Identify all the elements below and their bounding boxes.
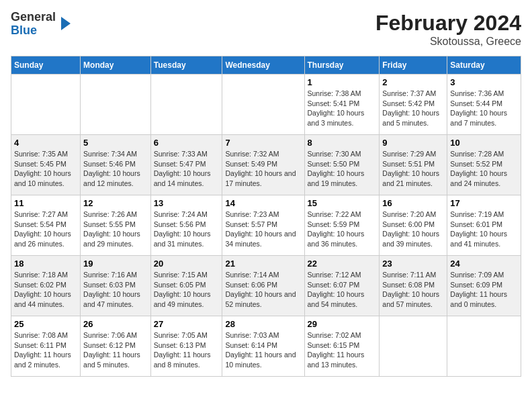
calendar-cell: 8Sunrise: 7:30 AM Sunset: 5:50 PM Daylig… bbox=[304, 135, 380, 195]
calendar-cell: 22Sunrise: 7:12 AM Sunset: 6:07 PM Dayli… bbox=[304, 256, 380, 316]
day-number: 24 bbox=[450, 259, 518, 269]
day-info: Sunrise: 7:22 AM Sunset: 5:59 PM Dayligh… bbox=[308, 210, 377, 249]
day-info: Sunrise: 7:14 AM Sunset: 6:06 PM Dayligh… bbox=[225, 270, 301, 310]
calendar-week-row: 1Sunrise: 7:38 AM Sunset: 5:41 PM Daylig… bbox=[11, 75, 521, 135]
day-number: 15 bbox=[308, 198, 377, 208]
day-info: Sunrise: 7:24 AM Sunset: 5:56 PM Dayligh… bbox=[154, 210, 220, 249]
day-info: Sunrise: 7:08 AM Sunset: 6:11 PM Dayligh… bbox=[14, 330, 77, 370]
col-header-monday: Monday bbox=[81, 56, 151, 75]
day-info: Sunrise: 7:28 AM Sunset: 5:52 PM Dayligh… bbox=[450, 149, 518, 189]
calendar-week-row: 18Sunrise: 7:18 AM Sunset: 6:02 PM Dayli… bbox=[11, 256, 521, 316]
day-number: 9 bbox=[382, 138, 444, 148]
day-info: Sunrise: 7:03 AM Sunset: 6:14 PM Dayligh… bbox=[225, 330, 301, 370]
day-info: Sunrise: 7:15 AM Sunset: 6:05 PM Dayligh… bbox=[154, 270, 220, 310]
day-info: Sunrise: 7:37 AM Sunset: 5:42 PM Dayligh… bbox=[382, 89, 444, 128]
day-info: Sunrise: 7:20 AM Sunset: 6:00 PM Dayligh… bbox=[382, 210, 444, 249]
calendar-cell: 3Sunrise: 7:36 AM Sunset: 5:44 PM Daylig… bbox=[447, 75, 521, 135]
calendar-cell bbox=[447, 316, 521, 377]
calendar-cell: 4Sunrise: 7:35 AM Sunset: 5:45 PM Daylig… bbox=[11, 135, 81, 195]
calendar-cell: 2Sunrise: 7:37 AM Sunset: 5:42 PM Daylig… bbox=[380, 75, 447, 135]
col-header-friday: Friday bbox=[380, 56, 447, 75]
calendar-cell: 7Sunrise: 7:32 AM Sunset: 5:49 PM Daylig… bbox=[222, 135, 304, 195]
calendar-cell: 1Sunrise: 7:38 AM Sunset: 5:41 PM Daylig… bbox=[304, 75, 380, 135]
calendar-cell: 23Sunrise: 7:11 AM Sunset: 6:08 PM Dayli… bbox=[380, 256, 447, 316]
calendar-cell: 29Sunrise: 7:02 AM Sunset: 6:15 PM Dayli… bbox=[304, 316, 380, 377]
day-number: 13 bbox=[154, 198, 220, 208]
logo-arrow-icon bbox=[61, 17, 71, 30]
day-info: Sunrise: 7:32 AM Sunset: 5:49 PM Dayligh… bbox=[225, 149, 301, 189]
day-number: 12 bbox=[83, 198, 148, 208]
logo-general: General bbox=[11, 10, 56, 24]
day-number: 6 bbox=[154, 138, 220, 148]
calendar-cell: 15Sunrise: 7:22 AM Sunset: 5:59 PM Dayli… bbox=[304, 195, 380, 256]
calendar-cell: 24Sunrise: 7:09 AM Sunset: 6:09 PM Dayli… bbox=[447, 256, 521, 316]
calendar-week-row: 25Sunrise: 7:08 AM Sunset: 6:11 PM Dayli… bbox=[11, 316, 521, 377]
day-number: 25 bbox=[14, 319, 77, 329]
day-number: 21 bbox=[225, 259, 301, 269]
day-info: Sunrise: 7:36 AM Sunset: 5:44 PM Dayligh… bbox=[450, 89, 518, 128]
calendar-cell: 21Sunrise: 7:14 AM Sunset: 6:06 PM Dayli… bbox=[222, 256, 304, 316]
day-number: 29 bbox=[308, 319, 377, 329]
title-block: February 2024 Skotoussa, Greece bbox=[375, 11, 521, 48]
day-number: 27 bbox=[154, 319, 220, 329]
calendar-week-row: 11Sunrise: 7:27 AM Sunset: 5:54 PM Dayli… bbox=[11, 195, 521, 256]
calendar-cell: 14Sunrise: 7:23 AM Sunset: 5:57 PM Dayli… bbox=[222, 195, 304, 256]
day-info: Sunrise: 7:11 AM Sunset: 6:08 PM Dayligh… bbox=[382, 270, 444, 310]
calendar-cell bbox=[11, 75, 81, 135]
day-number: 28 bbox=[225, 319, 301, 329]
calendar-cell bbox=[150, 75, 222, 135]
calendar-cell: 11Sunrise: 7:27 AM Sunset: 5:54 PM Dayli… bbox=[11, 195, 81, 256]
day-info: Sunrise: 7:06 AM Sunset: 6:12 PM Dayligh… bbox=[83, 330, 148, 370]
day-number: 22 bbox=[308, 259, 377, 269]
calendar-cell: 28Sunrise: 7:03 AM Sunset: 6:14 PM Dayli… bbox=[222, 316, 304, 377]
col-header-tuesday: Tuesday bbox=[150, 56, 222, 75]
day-number: 3 bbox=[450, 77, 518, 87]
calendar-cell: 12Sunrise: 7:26 AM Sunset: 5:55 PM Dayli… bbox=[81, 195, 151, 256]
day-info: Sunrise: 7:16 AM Sunset: 6:03 PM Dayligh… bbox=[83, 270, 148, 310]
calendar-header-row: SundayMondayTuesdayWednesdayThursdayFrid… bbox=[11, 56, 521, 75]
day-info: Sunrise: 7:18 AM Sunset: 6:02 PM Dayligh… bbox=[14, 270, 77, 310]
day-number: 20 bbox=[154, 259, 220, 269]
col-header-wednesday: Wednesday bbox=[222, 56, 304, 75]
day-number: 14 bbox=[225, 198, 301, 208]
day-number: 23 bbox=[382, 259, 444, 269]
day-info: Sunrise: 7:05 AM Sunset: 6:13 PM Dayligh… bbox=[154, 330, 220, 370]
logo: General Blue bbox=[11, 11, 71, 38]
calendar-cell: 25Sunrise: 7:08 AM Sunset: 6:11 PM Dayli… bbox=[11, 316, 81, 377]
day-info: Sunrise: 7:38 AM Sunset: 5:41 PM Dayligh… bbox=[308, 89, 377, 128]
calendar-cell: 16Sunrise: 7:20 AM Sunset: 6:00 PM Dayli… bbox=[380, 195, 447, 256]
page-header: General Blue February 2024 Skotoussa, Gr… bbox=[11, 11, 521, 48]
day-info: Sunrise: 7:02 AM Sunset: 6:15 PM Dayligh… bbox=[308, 330, 377, 370]
calendar-cell: 20Sunrise: 7:15 AM Sunset: 6:05 PM Dayli… bbox=[150, 256, 222, 316]
calendar-cell: 27Sunrise: 7:05 AM Sunset: 6:13 PM Dayli… bbox=[150, 316, 222, 377]
day-number: 10 bbox=[450, 138, 518, 148]
day-info: Sunrise: 7:23 AM Sunset: 5:57 PM Dayligh… bbox=[225, 210, 301, 249]
day-info: Sunrise: 7:19 AM Sunset: 6:01 PM Dayligh… bbox=[450, 210, 518, 249]
day-number: 17 bbox=[450, 198, 518, 208]
calendar-cell bbox=[222, 75, 304, 135]
day-number: 18 bbox=[14, 259, 77, 269]
col-header-sunday: Sunday bbox=[11, 56, 81, 75]
day-info: Sunrise: 7:33 AM Sunset: 5:47 PM Dayligh… bbox=[154, 149, 220, 189]
day-number: 11 bbox=[14, 198, 77, 208]
logo-blue: Blue bbox=[11, 24, 37, 37]
day-info: Sunrise: 7:34 AM Sunset: 5:46 PM Dayligh… bbox=[83, 149, 148, 189]
calendar-cell: 10Sunrise: 7:28 AM Sunset: 5:52 PM Dayli… bbox=[447, 135, 521, 195]
day-number: 19 bbox=[83, 259, 148, 269]
calendar-cell: 6Sunrise: 7:33 AM Sunset: 5:47 PM Daylig… bbox=[150, 135, 222, 195]
calendar-week-row: 4Sunrise: 7:35 AM Sunset: 5:45 PM Daylig… bbox=[11, 135, 521, 195]
calendar-cell: 19Sunrise: 7:16 AM Sunset: 6:03 PM Dayli… bbox=[81, 256, 151, 316]
col-header-thursday: Thursday bbox=[304, 56, 380, 75]
calendar-cell: 26Sunrise: 7:06 AM Sunset: 6:12 PM Dayli… bbox=[81, 316, 151, 377]
calendar-cell: 17Sunrise: 7:19 AM Sunset: 6:01 PM Dayli… bbox=[447, 195, 521, 256]
calendar-cell bbox=[380, 316, 447, 377]
calendar-cell: 9Sunrise: 7:29 AM Sunset: 5:51 PM Daylig… bbox=[380, 135, 447, 195]
calendar-cell: 18Sunrise: 7:18 AM Sunset: 6:02 PM Dayli… bbox=[11, 256, 81, 316]
day-number: 26 bbox=[83, 319, 148, 329]
day-number: 1 bbox=[308, 77, 377, 87]
page-subtitle: Skotoussa, Greece bbox=[375, 36, 521, 48]
calendar-table: SundayMondayTuesdayWednesdayThursdayFrid… bbox=[11, 56, 521, 377]
calendar-cell: 13Sunrise: 7:24 AM Sunset: 5:56 PM Dayli… bbox=[150, 195, 222, 256]
day-info: Sunrise: 7:12 AM Sunset: 6:07 PM Dayligh… bbox=[308, 270, 377, 310]
day-number: 8 bbox=[308, 138, 377, 148]
